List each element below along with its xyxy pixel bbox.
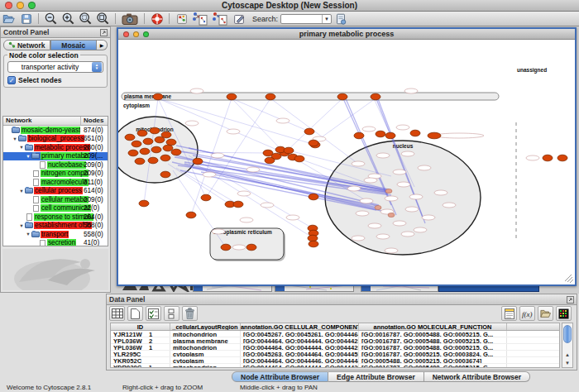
node-label-oval[interactable] <box>240 218 253 222</box>
tree-row[interactable]: ▼biological_process651(0) <box>3 135 108 144</box>
table-cell[interactable]: [GO:0045267, GO:0045261, GO:0044464, G..… <box>241 331 359 337</box>
tree-row[interactable]: macromolecule311(0) <box>3 178 108 187</box>
node-label-oval[interactable] <box>397 182 410 187</box>
hub-node[interactable] <box>385 189 392 193</box>
table-cell[interactable]: [GO:0016787, GO:0005215, GO:0003824, G..… <box>359 351 507 356</box>
table-cell[interactable]: YJR121W__1 <box>111 331 170 337</box>
zoom-fit-button[interactable] <box>94 12 112 26</box>
tree-row[interactable]: nitrogen compo209(0) <box>3 170 108 179</box>
vizmapper-button[interactable] <box>190 12 210 26</box>
float-panel-icon[interactable] <box>567 296 574 304</box>
table-cell[interactable]: [GO:0044464, GO:0044446, GO:0044444, G..… <box>241 357 359 363</box>
tree-row[interactable]: ▼metabolic process280(0) <box>3 143 108 152</box>
table-cell[interactable]: mitochondrion <box>170 331 241 337</box>
column-header[interactable]: annotation.GO CELLULAR_COMPONENT <box>241 323 359 330</box>
node-label-oval[interactable] <box>185 121 199 126</box>
tree-row[interactable]: response to stimulu264(0) <box>3 213 108 222</box>
table-cell[interactable]: YDR039C__1 <box>111 364 170 368</box>
tree-row[interactable]: cellular metabo209(0) <box>3 195 108 204</box>
network-node[interactable] <box>294 155 304 162</box>
node-label-oval[interactable] <box>385 196 398 201</box>
node-label-oval[interactable] <box>404 88 418 93</box>
snapshot-button[interactable] <box>119 12 141 26</box>
tab-edge-attribute-browser[interactable]: Edge Attribute Browser <box>328 371 424 382</box>
network-node[interactable] <box>246 244 256 251</box>
network-node[interactable] <box>265 157 275 164</box>
network-node[interactable] <box>135 158 145 165</box>
node-label-oval[interactable] <box>356 211 369 216</box>
zoom-out-button[interactable] <box>42 12 60 26</box>
tree-row[interactable]: nucleobase-209(0) <box>3 160 108 170</box>
table-row[interactable]: YLR295Ccytoplasm[GO:0045263, GO:0044464,… <box>111 351 559 357</box>
edge[interactable] <box>232 98 309 131</box>
node-label-oval[interactable] <box>364 178 377 183</box>
network-node[interactable] <box>227 93 237 100</box>
network-node[interactable] <box>428 132 441 139</box>
select-attributes-button[interactable] <box>146 306 161 321</box>
tree-row[interactable]: ▼establishment of lo558(0) <box>3 222 108 231</box>
network-node[interactable] <box>371 93 380 100</box>
table-row[interactable]: YKR052Ccytoplasm[GO:0044464, GO:0044446,… <box>111 357 559 364</box>
network-node[interactable] <box>284 147 294 154</box>
network-node[interactable] <box>166 139 176 146</box>
table-cell[interactable]: YPL036W__1 <box>111 344 170 350</box>
edge[interactable] <box>232 98 285 153</box>
node-label-oval[interactable] <box>232 245 246 250</box>
help-button[interactable] <box>148 12 165 26</box>
node-label-oval[interactable] <box>401 232 414 237</box>
network-window-titlebar[interactable]: primary metabolic process <box>118 29 575 40</box>
resize-grip[interactable] <box>570 280 573 283</box>
node-label-oval[interactable] <box>385 248 398 253</box>
column-layout-button[interactable] <box>164 306 179 321</box>
node-label-oval[interactable] <box>211 153 224 158</box>
import-attributes-button[interactable] <box>538 306 553 321</box>
heatmap-view-button[interactable] <box>556 306 572 321</box>
plasma-membrane-region[interactable] <box>122 93 499 100</box>
node-label-oval[interactable] <box>393 221 406 226</box>
zoom-selected-button[interactable] <box>77 12 94 26</box>
annotation-tool-button[interactable] <box>230 12 247 26</box>
search-input[interactable] <box>281 15 322 23</box>
table-cell[interactable]: mitochondrion <box>170 364 241 368</box>
table-cell[interactable]: [GO:0044464, GO:0044444, GO:0044425, G..… <box>241 344 359 350</box>
network-node[interactable] <box>160 155 170 161</box>
tree-row[interactable]: ▼primary metabo209(... <box>3 152 108 161</box>
network-node[interactable] <box>201 194 211 201</box>
column-header[interactable]: _cellularLayoutRegion <box>170 323 241 330</box>
node-label-oval[interactable] <box>190 88 203 93</box>
network-node[interactable] <box>139 200 149 207</box>
node-label-oval[interactable] <box>443 203 456 208</box>
table-cell[interactable]: [GO:0005488, GO:0005215, GO:0003674] <box>359 357 507 363</box>
table-row[interactable]: YPL036W__2plasma membrane[GO:0044464, GO… <box>111 337 559 344</box>
table-cell[interactable]: YKR052C <box>111 357 170 363</box>
network-node[interactable] <box>233 201 243 208</box>
tab-mosaic[interactable]: Mosaic <box>50 40 98 50</box>
scroll-up-arrow[interactable]: ▲ <box>562 351 572 359</box>
node-label-oval[interactable] <box>376 153 390 158</box>
network-canvas[interactable]: plasma membranecytoplasmmitochondrionnuc… <box>118 40 575 284</box>
network-node[interactable] <box>132 141 141 147</box>
edge[interactable] <box>173 170 226 247</box>
network-node[interactable] <box>125 134 135 141</box>
network-node[interactable] <box>148 157 158 164</box>
node-label-oval[interactable] <box>376 234 390 239</box>
select-nodes-checkbox[interactable]: ✓ <box>7 76 16 84</box>
node-label-oval[interactable] <box>227 129 240 134</box>
color-attribute-select[interactable]: transporter activity ▲▼ <box>7 61 103 73</box>
node-label-oval[interactable] <box>246 167 260 172</box>
tab-network-attribute-browser[interactable]: Network Attribute Browser <box>424 371 530 382</box>
node-label-oval[interactable] <box>347 186 361 191</box>
search-dropdown-arrow[interactable]: ▼ <box>322 15 331 23</box>
resize-grip[interactable] <box>565 275 572 281</box>
network-node[interactable] <box>221 244 231 251</box>
node-label-oval[interactable] <box>261 203 274 208</box>
network-node[interactable] <box>543 155 553 161</box>
scroll-down-arrow[interactable]: ▼ <box>562 359 572 367</box>
tree-row[interactable]: ▼transport558(0) <box>3 230 108 239</box>
table-row[interactable]: YDR039C__1mitochondrion[GO:0044464, GO:0… <box>111 364 559 368</box>
node-label-oval[interactable] <box>237 191 251 196</box>
network-node[interactable] <box>140 148 150 155</box>
table-cell[interactable]: cytoplasm <box>170 357 241 363</box>
network-node[interactable] <box>193 158 203 165</box>
node-label-oval[interactable] <box>352 161 365 166</box>
